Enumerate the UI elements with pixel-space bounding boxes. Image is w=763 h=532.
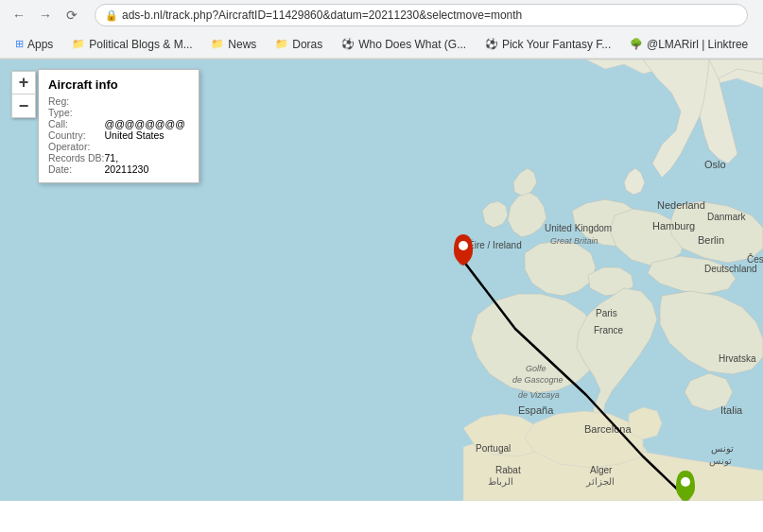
bookmark-lmairl-label: @LMARirl | Linktree bbox=[647, 38, 748, 51]
political-folder-icon: 📁 bbox=[72, 38, 85, 50]
reg-value bbox=[105, 95, 185, 107]
bookmark-apps[interactable]: ⊞ Apps bbox=[8, 36, 61, 53]
operator-value bbox=[105, 141, 185, 152]
svg-text:Deutschland: Deutschland bbox=[704, 264, 757, 274]
start-marker bbox=[454, 234, 473, 266]
svg-text:Berlin: Berlin bbox=[698, 234, 724, 246]
lmairl-icon: 🌳 bbox=[630, 38, 643, 50]
bookmark-political-label: Political Blogs & M... bbox=[89, 38, 192, 51]
bookmarks-bar: ⊞ Apps 📁 Political Blogs & M... 📁 News 📁… bbox=[0, 30, 763, 59]
reload-button[interactable]: ⟳ bbox=[61, 4, 83, 26]
svg-text:Nederland: Nederland bbox=[657, 199, 705, 211]
zoom-out-button[interactable]: − bbox=[12, 94, 35, 117]
svg-text:تونس: تونس bbox=[711, 443, 734, 455]
svg-text:Paris: Paris bbox=[596, 308, 617, 318]
svg-text:Alger: Alger bbox=[590, 465, 613, 475]
doras-folder-icon: 📁 bbox=[275, 38, 288, 50]
svg-text:Éire / Ireland: Éire / Ireland bbox=[468, 239, 522, 250]
back-button[interactable]: ← bbox=[8, 4, 30, 26]
svg-text:Česko: Česko bbox=[747, 253, 763, 265]
map-container[interactable]: Oslo Danmark United Kingdom Great Britai… bbox=[0, 60, 763, 501]
type-label: Type: bbox=[48, 107, 105, 118]
bookmark-news[interactable]: 📁 News bbox=[203, 36, 264, 53]
type-value bbox=[105, 107, 185, 118]
bookmark-lmairl[interactable]: 🌳 @LMARirl | Linktree bbox=[622, 36, 755, 53]
bookmark-who-does-what[interactable]: ⚽ Who Does What (G... bbox=[334, 36, 474, 53]
svg-text:الجزائر: الجزائر bbox=[585, 476, 615, 488]
bookmark-political[interactable]: 📁 Political Blogs & M... bbox=[64, 36, 199, 53]
operator-label: Operator: bbox=[48, 141, 105, 152]
svg-text:Hrvatska: Hrvatska bbox=[719, 353, 756, 364]
bookmark-pick-fantasy-label: Pick Your Fantasy F... bbox=[502, 38, 611, 51]
info-row-operator: Operator: bbox=[48, 141, 185, 152]
info-row-country: Country: United States bbox=[48, 129, 185, 141]
forward-button[interactable]: → bbox=[34, 4, 57, 26]
reg-label: Reg: bbox=[48, 95, 105, 107]
info-row-call: Call: @@@@@@@@ bbox=[48, 118, 185, 129]
country-label: Country: bbox=[48, 129, 105, 141]
date-label: Date: bbox=[48, 163, 105, 175]
svg-text:Great Britain: Great Britain bbox=[550, 236, 598, 246]
zoom-in-button[interactable]: + bbox=[12, 72, 35, 94]
country-value: United States bbox=[105, 129, 185, 141]
svg-text:Rabat: Rabat bbox=[495, 465, 521, 475]
svg-text:de Vizcaya: de Vizcaya bbox=[518, 390, 560, 400]
bookmark-pick-fantasy[interactable]: ⚽ Pick Your Fantasy F... bbox=[477, 36, 618, 53]
aircraft-info-table: Reg: Type: Call: @@@@@@@@ Country: Unite… bbox=[48, 95, 189, 175]
info-row-reg: Reg: bbox=[48, 95, 185, 107]
info-row-date: Date: 20211230 bbox=[48, 163, 185, 175]
url-text: ads-b.nl/track.php?AircraftID=11429860&d… bbox=[122, 9, 522, 22]
svg-text:Barcelona: Barcelona bbox=[584, 423, 632, 435]
records-label: Records DB: bbox=[48, 152, 105, 163]
svg-text:de Gascogne: de Gascogne bbox=[512, 375, 564, 385]
svg-text:Italia: Italia bbox=[720, 404, 743, 416]
bookmark-news-label: News bbox=[228, 38, 256, 51]
date-value: 20211230 bbox=[105, 163, 185, 175]
bookmark-doras[interactable]: 📁 Doras bbox=[268, 36, 330, 53]
svg-text:تونس: تونس bbox=[709, 455, 732, 467]
info-row-type: Type: bbox=[48, 107, 185, 118]
svg-text:Hamburg: Hamburg bbox=[652, 220, 695, 232]
pick-fantasy-icon: ⚽ bbox=[485, 38, 498, 50]
svg-text:United Kingdom: United Kingdom bbox=[545, 223, 612, 233]
svg-text:Danmark: Danmark bbox=[707, 212, 747, 222]
call-value: @@@@@@@@ bbox=[105, 118, 185, 129]
address-bar[interactable]: 🔒 ads-b.nl/track.php?AircraftID=11429860… bbox=[95, 4, 748, 26]
call-label: Call: bbox=[48, 118, 105, 129]
svg-text:España: España bbox=[518, 404, 554, 416]
svg-text:Golfe: Golfe bbox=[526, 364, 546, 373]
apps-icon: ⊞ bbox=[15, 38, 24, 50]
bookmark-apps-label: Apps bbox=[27, 38, 53, 51]
svg-text:France: France bbox=[594, 325, 624, 335]
svg-point-27 bbox=[459, 241, 468, 250]
records-value: 71, bbox=[105, 152, 185, 163]
svg-point-29 bbox=[681, 477, 690, 487]
svg-text:Oslo: Oslo bbox=[704, 159, 726, 170]
aircraft-panel-title: Aircraft info bbox=[48, 77, 189, 92]
svg-text:Portugal: Portugal bbox=[476, 443, 511, 454]
news-folder-icon: 📁 bbox=[211, 38, 224, 50]
info-row-records: Records DB: 71, bbox=[48, 152, 185, 163]
lock-icon: 🔒 bbox=[105, 9, 118, 22]
aircraft-info-panel: Aircraft info Reg: Type: Call: @@@@@@@@ … bbox=[38, 69, 199, 183]
who-does-what-icon: ⚽ bbox=[341, 38, 355, 50]
svg-text:الرباط: الرباط bbox=[488, 476, 513, 488]
bookmark-who-does-what-label: Who Does What (G... bbox=[358, 38, 466, 51]
bookmark-doras-label: Doras bbox=[292, 38, 322, 51]
